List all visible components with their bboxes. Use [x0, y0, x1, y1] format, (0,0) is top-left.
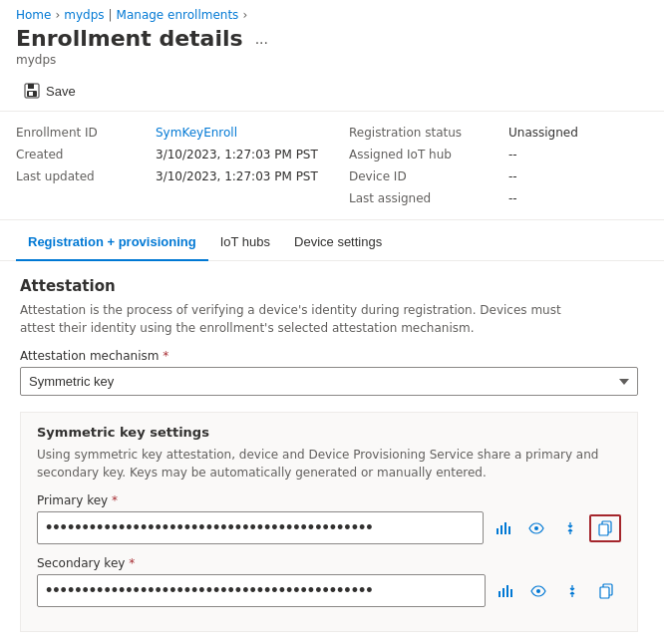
mechanism-required: *	[163, 349, 168, 363]
page-subtitle: mydps	[16, 51, 648, 67]
tab-iot-hubs[interactable]: IoT hubs	[208, 224, 282, 261]
breadcrumb-pipe: |	[109, 8, 113, 22]
svg-rect-7	[508, 526, 510, 534]
toolbar: Save	[0, 75, 664, 112]
primary-key-generate-btn[interactable]	[488, 515, 517, 541]
svg-rect-1	[28, 84, 34, 89]
enrollment-id-label: Enrollment ID	[16, 124, 156, 142]
symkey-desc: Using symmetric key attestation, device …	[37, 446, 621, 482]
breadcrumb-sep-2: ›	[242, 8, 247, 22]
symmetric-key-settings: Symmetric key settings Using symmetric k…	[20, 412, 638, 632]
svg-rect-3	[29, 92, 33, 96]
copy-icon	[597, 520, 613, 536]
svg-rect-12	[502, 588, 504, 597]
primary-key-group: Primary key *	[37, 493, 621, 544]
svg-rect-11	[498, 591, 500, 597]
last-updated-label: Last updated	[16, 167, 156, 185]
save-label: Save	[46, 84, 76, 99]
breadcrumb-mydps[interactable]: mydps	[64, 8, 104, 22]
svg-rect-4	[497, 528, 498, 534]
assigned-hub-label: Assigned IoT hub	[349, 146, 508, 163]
secondary-key-required: *	[129, 556, 135, 570]
content-area: Attestation Attestation is the process o…	[0, 261, 664, 644]
eye-icon-2	[530, 583, 546, 599]
created-value: 3/10/2023, 1:27:03 PM PST	[156, 146, 349, 163]
mechanism-label: Attestation mechanism *	[20, 349, 644, 363]
secondary-key-copy-btn[interactable]	[591, 578, 621, 604]
tab-registration[interactable]: Registration + provisioning	[16, 224, 208, 261]
generate-icon-2	[497, 583, 512, 599]
svg-point-15	[536, 589, 540, 593]
secondary-key-generate-btn[interactable]	[490, 578, 519, 604]
info-grid: Enrollment ID SymKeyEnroll Registration …	[0, 112, 664, 220]
reg-status-label: Registration status	[349, 124, 508, 142]
save-icon	[24, 83, 40, 99]
device-id-value: --	[508, 167, 648, 185]
tabs-container: Registration + provisioning IoT hubs Dev…	[0, 224, 664, 261]
svg-rect-13	[506, 585, 508, 597]
breadcrumb-home[interactable]: Home	[16, 8, 51, 22]
assigned-hub-value: --	[508, 146, 648, 163]
copy-icon-2	[598, 583, 614, 599]
primary-key-label: Primary key *	[37, 493, 621, 507]
attestation-title: Attestation	[20, 277, 644, 295]
mechanism-select[interactable]: Symmetric key TPM X.509	[20, 367, 638, 396]
secondary-key-show-btn[interactable]	[523, 578, 553, 604]
primary-key-show-btn[interactable]	[521, 515, 551, 541]
reg-status-value: Unassigned	[508, 124, 648, 142]
primary-key-required: *	[112, 493, 118, 507]
breadcrumb-manage[interactable]: Manage enrollments	[117, 8, 239, 22]
eye-icon	[528, 520, 544, 536]
svg-point-8	[534, 526, 538, 530]
breadcrumb: Home › mydps | Manage enrollments ›	[0, 0, 664, 26]
swap-icon	[562, 520, 578, 536]
secondary-key-group: Secondary key *	[37, 556, 621, 607]
svg-rect-5	[500, 525, 502, 534]
created-label: Created	[16, 146, 156, 163]
svg-rect-6	[504, 522, 506, 534]
breadcrumb-sep-1: ›	[55, 8, 60, 22]
tab-device-settings[interactable]: Device settings	[282, 224, 394, 261]
secondary-key-input[interactable]	[37, 574, 486, 607]
secondary-key-refresh-btn[interactable]	[557, 578, 587, 604]
swap-icon-2	[564, 583, 580, 599]
svg-rect-14	[510, 589, 512, 597]
last-assigned-label: Last assigned	[349, 189, 508, 207]
last-assigned-value: --	[508, 189, 648, 207]
svg-rect-17	[600, 587, 609, 598]
primary-key-row	[37, 511, 621, 544]
generate-icon	[495, 520, 510, 536]
secondary-key-label: Secondary key *	[37, 556, 621, 570]
enrollment-id-value: SymKeyEnroll	[156, 124, 349, 142]
attestation-desc: Attestation is the process of verifying …	[20, 301, 598, 337]
symkey-title: Symmetric key settings	[37, 425, 621, 440]
svg-rect-10	[599, 524, 608, 535]
page-title: Enrollment details	[16, 26, 243, 51]
primary-key-refresh-btn[interactable]	[555, 515, 585, 541]
ellipsis-button[interactable]: ...	[251, 28, 272, 50]
device-id-label: Device ID	[349, 167, 508, 185]
last-updated-value: 3/10/2023, 1:27:03 PM PST	[156, 167, 349, 185]
primary-key-copy-btn[interactable]	[589, 514, 621, 542]
save-button[interactable]: Save	[16, 79, 84, 103]
page-header: Enrollment details ... mydps	[0, 26, 664, 75]
primary-key-input[interactable]	[37, 511, 484, 544]
secondary-key-row	[37, 574, 621, 607]
